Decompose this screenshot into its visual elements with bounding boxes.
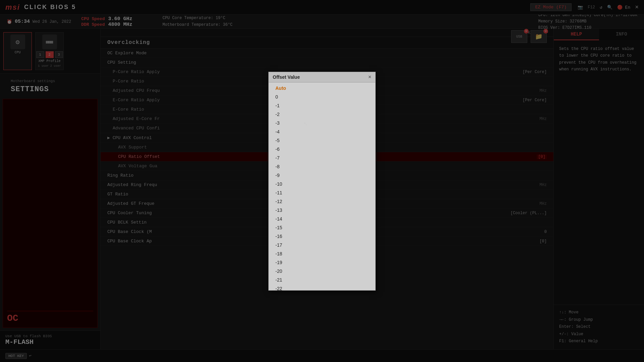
modal-item[interactable]: -7 (269, 154, 375, 162)
modal-item[interactable]: -22 (269, 284, 375, 290)
modal-item[interactable]: Auto (269, 84, 375, 93)
modal-close-button[interactable]: × (368, 74, 371, 80)
modal-item[interactable]: -19 (269, 258, 375, 267)
modal-item[interactable]: -14 (269, 215, 375, 223)
modal-overlay: Offset Value × Auto0-1-2-3-4-5-6-7-8-9-1… (0, 0, 644, 362)
modal-item[interactable]: -5 (269, 136, 375, 145)
modal-item[interactable]: -9 (269, 171, 375, 180)
modal-title: Offset Value (273, 74, 300, 80)
modal-item[interactable]: -11 (269, 188, 375, 197)
modal-item[interactable]: -1 (269, 101, 375, 110)
modal-title-bar: Offset Value × (269, 72, 375, 82)
modal-item[interactable]: -20 (269, 267, 375, 276)
modal-item[interactable]: -10 (269, 180, 375, 188)
modal-item[interactable]: -12 (269, 197, 375, 206)
modal-item[interactable]: -15 (269, 223, 375, 232)
modal-list[interactable]: Auto0-1-2-3-4-5-6-7-8-9-10-11-12-13-14-1… (269, 82, 375, 290)
modal-item[interactable]: -17 (269, 241, 375, 249)
modal-item[interactable]: -18 (269, 249, 375, 258)
modal-item[interactable]: -21 (269, 276, 375, 284)
modal-item[interactable]: 0 (269, 93, 375, 101)
modal-item[interactable]: -16 (269, 232, 375, 241)
modal-item[interactable]: -13 (269, 206, 375, 215)
offset-value-modal: Offset Value × Auto0-1-2-3-4-5-6-7-8-9-1… (268, 72, 376, 291)
modal-item[interactable]: -6 (269, 145, 375, 154)
modal-item[interactable]: -2 (269, 110, 375, 119)
modal-item[interactable]: -8 (269, 162, 375, 171)
modal-item[interactable]: -3 (269, 119, 375, 127)
modal-item[interactable]: -4 (269, 127, 375, 136)
